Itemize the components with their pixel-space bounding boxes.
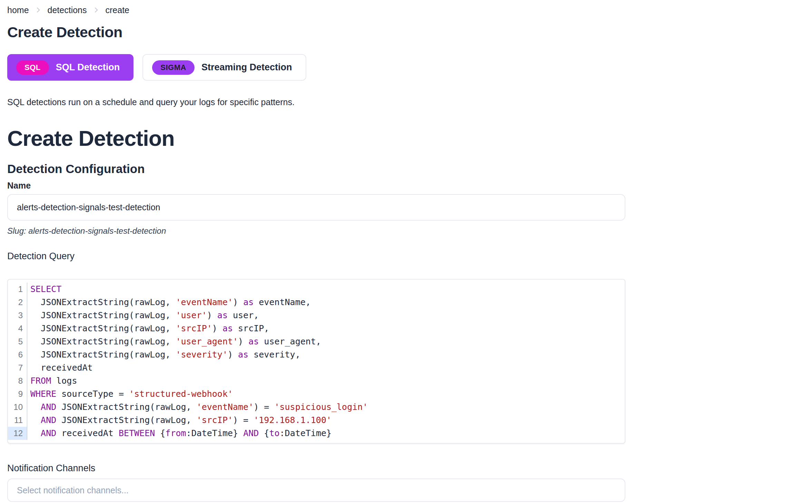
detection-type-selector: SQL SQL Detection SIGMA Streaming Detect… — [7, 54, 625, 81]
line-number: 2 — [8, 296, 27, 309]
code-line: 5 JSONExtractString(rawLog, 'user_agent'… — [8, 335, 625, 348]
line-number: 11 — [8, 414, 27, 427]
detection-type-description: SQL detections run on a schedule and que… — [7, 97, 625, 108]
code-line: 12 AND receivedAt BETWEEN {from:DateTime… — [8, 427, 625, 440]
code-line: 4 JSONExtractString(rawLog, 'srcIP') as … — [8, 322, 625, 335]
sigma-badge: SIGMA — [152, 60, 195, 75]
line-number: 5 — [8, 335, 27, 348]
slug-text: Slug: alerts-detection-signals-test-dete… — [7, 226, 625, 236]
detection-configuration-heading: Detection Configuration — [7, 162, 625, 176]
code-line: 11 AND JSONExtractString(rawLog, 'srcIP'… — [8, 414, 625, 427]
line-number: 12 — [8, 427, 27, 440]
page-title: Create Detection — [7, 24, 625, 40]
breadcrumb-home[interactable]: home — [7, 5, 29, 15]
code-line: 1SELECT — [8, 283, 625, 296]
detection-query-label: Detection Query — [7, 251, 625, 262]
name-input[interactable] — [7, 194, 625, 221]
line-number: 8 — [8, 374, 27, 387]
code-line: 9WHERE sourceType = 'structured-webhook' — [8, 387, 625, 401]
streaming-detection-button[interactable]: SIGMA Streaming Detection — [142, 54, 306, 81]
form-heading: Create Detection — [7, 127, 625, 150]
sql-detection-button[interactable]: SQL SQL Detection — [7, 54, 133, 81]
code-line: 10 AND JSONExtractString(rawLog, 'eventN… — [8, 401, 625, 414]
code-line: 8FROM logs — [8, 374, 625, 387]
sql-query-editor[interactable]: 1SELECT2 JSONExtractString(rawLog, 'even… — [7, 279, 625, 444]
line-number: 9 — [8, 387, 27, 401]
breadcrumb-detections[interactable]: detections — [48, 5, 87, 15]
code-line: 6 JSONExtractString(rawLog, 'severity') … — [8, 348, 625, 361]
line-number: 3 — [8, 309, 27, 322]
line-number: 6 — [8, 348, 27, 361]
chevron-right-icon — [92, 6, 100, 14]
line-number: 7 — [8, 361, 27, 374]
line-number: 1 — [8, 283, 27, 296]
code-line: 7 receivedAt — [8, 361, 625, 374]
streaming-detection-label: Streaming Detection — [201, 62, 292, 73]
name-label: Name — [7, 181, 625, 191]
chevron-right-icon — [34, 6, 42, 14]
breadcrumb-create[interactable]: create — [106, 5, 129, 15]
code-line: 2 JSONExtractString(rawLog, 'eventName')… — [8, 296, 625, 309]
line-number: 10 — [8, 401, 27, 414]
breadcrumb: home detections create — [7, 5, 625, 15]
sql-badge: SQL — [16, 60, 49, 75]
sql-detection-label: SQL Detection — [56, 62, 120, 73]
line-number: 4 — [8, 322, 27, 335]
code-line: 3 JSONExtractString(rawLog, 'user') as u… — [8, 309, 625, 322]
notification-channels-label: Notification Channels — [7, 463, 625, 474]
create-detection-page: home detections create Create Detection … — [0, 0, 625, 502]
notification-channels-input[interactable] — [7, 478, 625, 502]
